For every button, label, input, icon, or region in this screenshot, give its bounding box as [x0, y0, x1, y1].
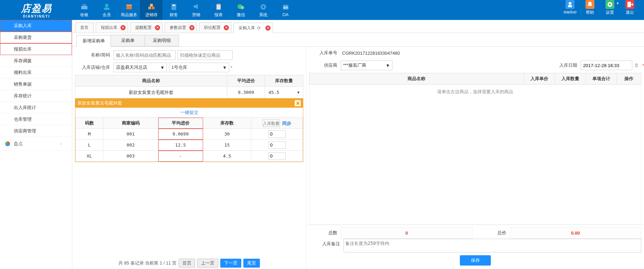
- right-grid-empty: 请单击左边商品，选择需要入库的商品: [309, 85, 641, 99]
- topnav-right-exit[interactable]: 退出: [620, 0, 640, 15]
- svg-rect-12: [218, 3, 220, 5]
- topnav-right-user[interactable]: xiaoluo: [560, 0, 580, 14]
- close-icon[interactable]: ✕: [295, 100, 301, 106]
- sidebar-item[interactable]: 库存统计: [0, 90, 72, 102]
- label-total-amt: 总价: [475, 227, 510, 239]
- cell-enter: [251, 151, 303, 162]
- sidebar-item[interactable]: 出入库统计: [0, 102, 72, 114]
- left-grid-row[interactable]: 新款女装复古毛呢外套 9.3009 45.5▼: [75, 87, 303, 98]
- topnav-finance[interactable]: 财务: [162, 0, 185, 20]
- popup-title: 新款女装复古毛呢外套: [77, 100, 122, 106]
- right-pane: 入库单号 CGRK201712281633047480 供应商 ***服装厂商▼…: [306, 47, 644, 269]
- sidebar-item[interactable]: 领料出库: [0, 67, 72, 78]
- refresh-icon[interactable]: ⟳: [257, 25, 261, 31]
- svg-point-16: [262, 6, 264, 8]
- enter-qty-input[interactable]: [268, 130, 286, 138]
- topnav-oa[interactable]: OAOA: [274, 0, 297, 20]
- tab[interactable]: 报损出库✕: [96, 22, 128, 33]
- finance-icon: [169, 2, 178, 11]
- tab[interactable]: 提醒配置✕: [130, 22, 162, 33]
- sidebar-item[interactable]: 库存调拨: [0, 55, 72, 67]
- subtab[interactable]: 采购单: [110, 35, 145, 46]
- enter-qty-input[interactable]: [268, 141, 286, 149]
- pager-first[interactable]: 首页: [179, 259, 195, 268]
- close-icon[interactable]: ✕: [120, 25, 126, 30]
- content: 首页报损出库✕提醒配置✕参数设置✕职位配置✕采购入库⟳✕ 新增采购单采购单采购明…: [72, 20, 644, 269]
- rcol-price: 入库单价: [524, 73, 555, 84]
- tab[interactable]: 采购入库⟳✕: [233, 23, 273, 33]
- topnav-wechat[interactable]: 微信: [230, 0, 252, 20]
- variant-row: L00212.515: [76, 140, 303, 151]
- megaphone-icon: [192, 2, 201, 11]
- sidebar-item[interactable]: 供应商管理: [0, 125, 72, 137]
- topnav-megaphone[interactable]: 营销: [185, 0, 207, 20]
- label-remark: 入库备注: [309, 239, 344, 247]
- topnav-clipboard[interactable]: 报表: [207, 0, 230, 20]
- save-button[interactable]: 保存: [460, 255, 491, 266]
- close-icon[interactable]: ✕: [189, 25, 194, 30]
- sidebar-item[interactable]: 采购入库: [0, 20, 72, 32]
- sidebar-item[interactable]: 销售单据: [0, 78, 72, 90]
- name-input[interactable]: [114, 50, 176, 60]
- warehouse-select[interactable]: 1号仓库▼: [169, 63, 229, 72]
- cell-size: L: [76, 140, 103, 151]
- close-icon[interactable]: ✕: [265, 25, 271, 31]
- logo: 店盈易 DIANYINGYI: [0, 0, 73, 20]
- sidebar-section-inventory[interactable]: 盘点 ›: [0, 137, 72, 151]
- clipboard-icon: [214, 2, 223, 11]
- chevron-right-icon: ›: [60, 137, 62, 151]
- subtab[interactable]: 采购明细: [145, 35, 179, 46]
- label-date: 入库日期: [553, 62, 581, 68]
- sidebar-item[interactable]: 报损出库: [0, 43, 72, 55]
- topnav: 收银会员商品服务进销存财务营销报表微信系统OAOA: [73, 0, 297, 20]
- label-shop: 入库店铺/仓库: [72, 64, 114, 71]
- calendar-icon[interactable]: 🗓: [634, 63, 639, 68]
- topnav-cash-register[interactable]: 收银: [73, 0, 95, 20]
- sidebar: 采购入库采购退货报损出库库存调拨领料出库销售单据库存统计出入库统计仓库管理供应商…: [0, 20, 72, 269]
- svg-rect-7: [152, 7, 155, 9]
- subtab[interactable]: 新增采购单: [76, 35, 111, 47]
- remark-textarea[interactable]: [344, 239, 641, 252]
- label-name: 名称/简码: [72, 52, 114, 58]
- pager-prev[interactable]: 上一页: [197, 259, 218, 268]
- label-supplier: 供应商: [306, 62, 341, 68]
- th-price: 平均进价: [158, 118, 203, 129]
- svg-rect-11: [217, 4, 221, 10]
- caret-down-icon: ▼: [386, 63, 390, 68]
- cell-sku: 003: [103, 151, 158, 162]
- required-mark: *: [231, 65, 232, 70]
- svg-rect-5: [126, 4, 132, 6]
- date-input[interactable]: [581, 61, 632, 70]
- th-size: 码数: [76, 118, 103, 129]
- col-price: 平均进价: [227, 75, 265, 86]
- cell-qty[interactable]: 45.5▼: [265, 87, 303, 98]
- cell-size: M: [76, 129, 103, 140]
- svg-rect-1: [83, 4, 86, 6]
- sidebar-item[interactable]: 仓库管理: [0, 114, 72, 125]
- setting-icon: [605, 0, 614, 9]
- topnav-gear[interactable]: 系统: [252, 0, 274, 20]
- pager-next[interactable]: 下一页: [220, 259, 241, 268]
- logo-main: 店盈易: [21, 2, 52, 15]
- quick-submit-link[interactable]: 一键提交: [180, 110, 198, 115]
- close-icon[interactable]: ✕: [155, 25, 160, 30]
- th-sku: 商家编码: [103, 118, 158, 129]
- supplier-select[interactable]: ***服装厂商▼: [341, 61, 392, 70]
- topnav-right-bell[interactable]: 帮助: [580, 0, 600, 15]
- topnav-boxes[interactable]: 进销存: [140, 0, 162, 20]
- enter-qty-input[interactable]: [268, 152, 286, 160]
- scan-input[interactable]: [178, 50, 233, 60]
- th-stock: 库存数: [203, 118, 251, 129]
- tab[interactable]: 首页: [75, 22, 94, 33]
- pager-last[interactable]: 尾页: [243, 259, 260, 268]
- cell-price: 9.3009: [227, 87, 265, 98]
- sync-link[interactable]: 同步: [282, 121, 291, 126]
- topnav-gift[interactable]: 商品服务: [118, 0, 140, 20]
- tab[interactable]: 职位配置✕: [199, 22, 231, 33]
- tab[interactable]: 参数设置✕: [165, 22, 197, 33]
- close-icon[interactable]: ✕: [224, 25, 229, 30]
- shop-select[interactable]: 店盈易天河总店▼: [114, 63, 167, 72]
- sidebar-item[interactable]: 采购退货: [0, 32, 72, 43]
- svg-rect-10: [172, 5, 175, 6]
- topnav-users[interactable]: 会员: [95, 0, 118, 20]
